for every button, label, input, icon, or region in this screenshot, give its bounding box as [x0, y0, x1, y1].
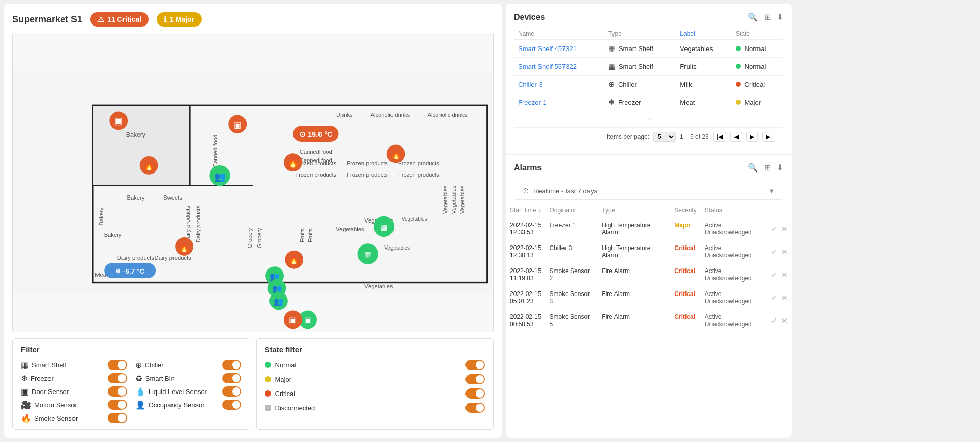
toggle-major[interactable]: [465, 374, 485, 384]
last-page-btn[interactable]: ▶|: [762, 132, 775, 142]
alarm-status-text: Active Unacknowledged: [705, 313, 769, 328]
items-per-page-select[interactable]: 5 10 25: [653, 132, 676, 142]
ack-btn[interactable]: ✓: [771, 271, 777, 279]
col-label: Label: [676, 28, 731, 40]
col-state: State: [731, 28, 783, 40]
search-icon[interactable]: 🔍: [748, 12, 758, 22]
filter-item-doorsensor: ▣ Door Sensor: [21, 386, 127, 397]
type-label: Freezer: [618, 99, 641, 106]
alarm-type: High Temperature Alarm: [598, 217, 670, 240]
page-title: Supermarket S1: [12, 14, 82, 25]
alarms-filter-label: Realtime - last 7 days: [533, 187, 597, 195]
alarm-row: 2022-02-15 00:50:53 Smoke Sensor 5 Fire …: [506, 309, 792, 332]
svg-text:Frozen products: Frozen products: [398, 171, 439, 178]
toggle-smartshelf[interactable]: [108, 360, 127, 370]
export-icon[interactable]: ⬇: [777, 12, 783, 22]
dismiss-btn[interactable]: ✕: [781, 248, 788, 256]
svg-text:👥: 👥: [214, 171, 226, 182]
alarm-col-severity: Severity: [670, 204, 700, 217]
next-page-btn[interactable]: ▶: [746, 132, 758, 142]
alarm-actions: ✓ ✕: [771, 248, 788, 256]
toggle-liquidlevel[interactable]: [222, 386, 241, 397]
motion-icon: 🎥: [21, 400, 31, 410]
prev-page-btn[interactable]: ◀: [730, 132, 742, 142]
ack-btn[interactable]: ✓: [771, 225, 777, 233]
device-label: Meat: [676, 93, 731, 111]
critical-badge-label: 11 Critical: [107, 15, 141, 23]
toggle-smokesensor[interactable]: [108, 413, 127, 423]
state-indicator: [736, 82, 741, 87]
alarm-severity: Critical: [670, 240, 700, 263]
ack-btn[interactable]: ✓: [771, 248, 777, 256]
toggle-disconnected[interactable]: [465, 403, 485, 413]
alarm-starttime: 2022-02-15 00:50:53: [506, 309, 545, 332]
type-icon: ▦: [608, 44, 616, 53]
chevron-down-icon[interactable]: ▼: [768, 187, 775, 195]
normal-dot: [265, 362, 271, 368]
state-label-disconnected: Disconnected: [275, 404, 315, 412]
toggle-motionsensor[interactable]: [108, 400, 127, 410]
filter-item-liquidlevel: 💧 Liquid Level Sensor: [135, 386, 241, 397]
filter-item-motionsensor: 🎥 Motion Sensor: [21, 400, 127, 410]
toggle-doorsensor[interactable]: [108, 386, 127, 397]
toggle-normal[interactable]: [465, 360, 485, 370]
type-icon: ▦: [608, 62, 616, 71]
svg-text:Frozen products: Frozen products: [347, 171, 388, 178]
ack-btn[interactable]: ✓: [771, 316, 777, 325]
dismiss-btn[interactable]: ✕: [781, 316, 788, 325]
alarms-export-icon[interactable]: ⬇: [777, 163, 783, 173]
info-icon: ℹ: [164, 15, 166, 23]
toggle-chiller[interactable]: [222, 360, 241, 370]
device-name[interactable]: Smart Shelf 457321: [514, 40, 604, 58]
left-panel: Supermarket S1 ⚠ 11 Critical ℹ 1 Major B…: [4, 4, 502, 438]
svg-text:▣: ▣: [114, 116, 123, 126]
toggle-occupancy[interactable]: [222, 400, 241, 410]
filter-section: Filter ▦ Smart Shelf ❄ Freezer: [12, 338, 494, 430]
state-text: Major: [745, 99, 762, 106]
filter-item-freezer: ❄ Freezer: [21, 373, 127, 383]
state-item-major: Major: [265, 374, 485, 384]
device-name[interactable]: Chiller 3: [514, 76, 604, 93]
floorplan[interactable]: Bakery Canned food Bakery Sweets Bakery …: [12, 33, 494, 332]
alarm-starttime: 2022-02-15 12:33:53: [506, 217, 545, 240]
pagination-range: 1 – 5 of 23: [680, 133, 709, 140]
alarm-status: Active Unacknowledged ✓ ✕: [701, 240, 792, 263]
alarm-actions: ✓ ✕: [771, 271, 788, 279]
alarm-status: Active Unacknowledged ✓ ✕: [701, 263, 792, 286]
devices-icons: 🔍 ⊞ ⬇: [748, 12, 783, 22]
columns-icon[interactable]: ⊞: [764, 12, 771, 22]
alarms-search-icon[interactable]: 🔍: [748, 163, 758, 173]
svg-text:Vegetables: Vegetables: [459, 185, 465, 214]
dismiss-btn[interactable]: ✕: [781, 225, 788, 233]
ack-btn[interactable]: ✓: [771, 293, 777, 302]
alarm-severity: Critical: [670, 263, 700, 286]
alarms-columns-icon[interactable]: ⊞: [764, 163, 771, 173]
filter-box: Filter ▦ Smart Shelf ❄ Freezer: [12, 338, 250, 430]
major-badge: ℹ 1 Major: [157, 12, 202, 27]
device-name[interactable]: Freezer 1: [514, 93, 604, 111]
svg-text:Fruits: Fruits: [299, 228, 305, 242]
dismiss-btn[interactable]: ✕: [781, 293, 788, 302]
chiller-icon: ⊕: [135, 360, 142, 370]
svg-text:Vegetables: Vegetables: [451, 185, 457, 214]
alarms-filter-row[interactable]: ⏱ Realtime - last 7 days ▼: [514, 183, 783, 200]
alarm-status: Active Unacknowledged ✓ ✕: [701, 286, 792, 309]
type-label: Chiller: [618, 81, 637, 88]
dismiss-btn[interactable]: ✕: [781, 271, 788, 279]
svg-text:Sweets: Sweets: [163, 194, 182, 201]
toggle-smartbin[interactable]: [222, 373, 241, 383]
shelf-icon: ▦: [21, 360, 29, 370]
clock-icon: ⏱: [523, 187, 529, 195]
alarm-originator: Chiller 3: [545, 240, 598, 263]
state-label-major: Major: [275, 376, 292, 383]
first-page-btn[interactable]: |◀: [713, 132, 726, 142]
device-name[interactable]: Smart Shelf 557322: [514, 58, 604, 76]
devices-section: Devices 🔍 ⊞ ⬇ Name Type Label State Smar…: [506, 4, 792, 155]
device-state: Normal: [731, 40, 783, 58]
toggle-freezer[interactable]: [108, 373, 127, 383]
alarm-status: Active Unacknowledged ✓ ✕: [701, 309, 792, 332]
alarms-table-container: Start time ↓ Originator Type Severity St…: [506, 204, 792, 438]
alarm-status-text: Active Unacknowledged: [705, 267, 769, 282]
state-item-disconnected: Disconnected: [265, 403, 485, 413]
toggle-critical[interactable]: [465, 388, 485, 399]
